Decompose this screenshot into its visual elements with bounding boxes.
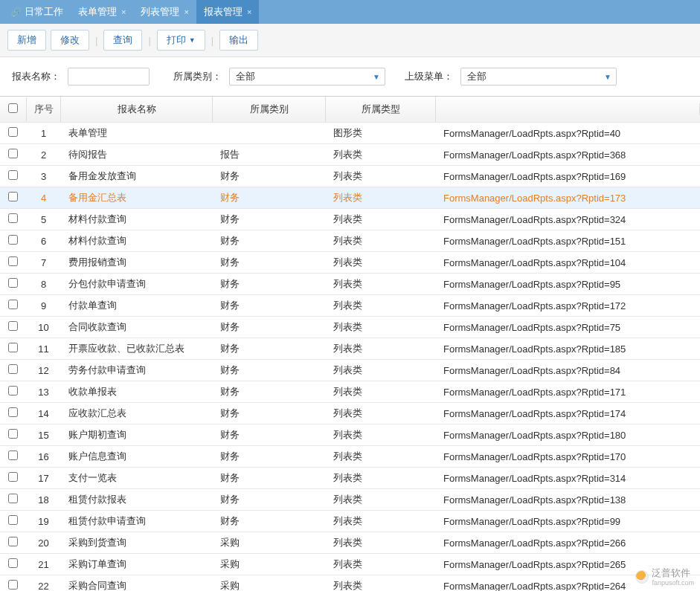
tab-0[interactable]: 🔗日常工作 [3, 0, 71, 24]
row-type: 列表类 [326, 402, 436, 424]
table-row[interactable]: 7费用报销查询财务列表类FormsManager/LoadRpts.aspx?R… [0, 252, 700, 274]
row-checkbox[interactable] [8, 429, 18, 439]
table-row[interactable]: 16账户信息查询财务列表类FormsManager/LoadRpts.aspx?… [0, 446, 700, 468]
header-type[interactable]: 所属类型 [326, 97, 436, 122]
row-checkbox[interactable] [8, 213, 18, 223]
table-row[interactable]: 19租赁付款申请查询财务列表类FormsManager/LoadRpts.asp… [0, 511, 700, 532]
row-type: 列表类 [326, 575, 436, 591]
table-row[interactable]: 20采购到货查询采购列表类FormsManager/LoadRpts.aspx?… [0, 532, 700, 554]
tab-1[interactable]: 表单管理× [71, 0, 133, 24]
table-row[interactable]: 9付款单查询财务列表类FormsManager/LoadRpts.aspx?Rp… [0, 295, 700, 317]
row-type: 列表类 [326, 488, 436, 511]
table-row[interactable]: 6材料付款查询财务列表类FormsManager/LoadRpts.aspx?R… [0, 230, 700, 252]
table-row[interactable]: 3备用金发放查询财务列表类FormsManager/LoadRpts.aspx?… [0, 166, 700, 187]
row-checkbox[interactable] [8, 472, 18, 482]
table-row[interactable]: 1表单管理图形类FormsManager/LoadRpts.aspx?Rptid… [0, 123, 700, 144]
header-seq[interactable]: 序号 [27, 97, 61, 122]
row-type: 列表类 [326, 338, 436, 360]
header-name[interactable]: 报表名称 [61, 97, 213, 122]
row-name: 账户期初查询 [61, 424, 213, 446]
row-category: 报告 [213, 143, 326, 166]
row-url: FormsManager/LoadRpts.aspx?Rptid=314 [436, 468, 700, 488]
row-checkbox[interactable] [8, 170, 18, 180]
close-icon[interactable]: × [247, 7, 251, 16]
table-row[interactable]: 17支付一览表财务列表类FormsManager/LoadRpts.aspx?R… [0, 468, 700, 489]
row-type: 列表类 [326, 294, 436, 317]
separator: | [211, 35, 213, 46]
row-checkbox[interactable] [8, 278, 18, 288]
table-row[interactable]: 11开票应收款、已收款汇总表财务列表类FormsManager/LoadRpts… [0, 338, 700, 360]
edit-button[interactable]: 修改 [51, 30, 89, 51]
tab-label: 报表管理 [204, 5, 243, 19]
row-checkbox[interactable] [8, 300, 18, 309]
row-checkbox[interactable] [8, 256, 18, 266]
row-checkbox[interactable] [8, 235, 18, 245]
row-category: 财务 [213, 510, 326, 532]
query-button[interactable]: 查询 [103, 30, 142, 51]
table-row[interactable]: 8分包付款申请查询财务列表类FormsManager/LoadRpts.aspx… [0, 274, 700, 295]
table-row[interactable]: 14应收款汇总表财务列表类FormsManager/LoadRpts.aspx?… [0, 403, 700, 424]
row-checkbox[interactable] [8, 494, 18, 503]
row-checkbox[interactable] [8, 537, 18, 546]
table-row[interactable]: 21采购订单查询采购列表类FormsManager/LoadRpts.aspx?… [0, 554, 700, 575]
row-category: 财务 [213, 251, 326, 274]
table-row[interactable]: 2待阅报告报告列表类FormsManager/LoadRpts.aspx?Rpt… [0, 144, 700, 166]
row-checkbox-cell [0, 144, 27, 165]
table-row[interactable]: 12劳务付款申请查询财务列表类FormsManager/LoadRpts.asp… [0, 360, 700, 381]
row-checkbox[interactable] [8, 192, 18, 201]
row-checkbox[interactable] [8, 343, 18, 352]
row-seq: 13 [27, 382, 61, 402]
close-icon[interactable]: × [184, 7, 188, 16]
row-checkbox[interactable] [8, 450, 18, 460]
row-name: 材料付款查询 [61, 208, 213, 230]
report-name-input[interactable] [68, 68, 150, 85]
row-name: 费用报销查询 [61, 251, 213, 274]
row-type: 列表类 [326, 273, 436, 295]
row-checkbox-cell [0, 511, 27, 532]
row-checkbox[interactable] [8, 580, 18, 590]
table-row[interactable]: 4备用金汇总表财务列表类FormsManager/LoadRpts.aspx?R… [0, 187, 700, 209]
new-button[interactable]: 新增 [7, 30, 46, 51]
tab-3[interactable]: 报表管理× [196, 0, 259, 24]
row-checkbox-cell [0, 187, 27, 208]
table-row[interactable]: 15账户期初查询财务列表类FormsManager/LoadRpts.aspx?… [0, 424, 700, 446]
table-row[interactable]: 18租赁付款报表财务列表类FormsManager/LoadRpts.aspx?… [0, 489, 700, 511]
header-url[interactable] [436, 103, 700, 115]
tab-2[interactable]: 列表管理× [133, 0, 196, 24]
row-checkbox[interactable] [8, 321, 18, 331]
row-checkbox[interactable] [8, 364, 18, 374]
table-row[interactable]: 22采购合同查询采购列表类FormsManager/LoadRpts.aspx?… [0, 575, 700, 591]
category-combo[interactable]: 全部 ▼ [229, 68, 385, 85]
separator: | [148, 35, 150, 46]
menu-label: 上级菜单： [405, 70, 453, 83]
row-url: FormsManager/LoadRpts.aspx?Rptid=104 [436, 253, 700, 273]
tab-bar: 🔗日常工作表单管理×列表管理×报表管理× [0, 0, 700, 24]
table-row[interactable]: 5材料付款查询财务列表类FormsManager/LoadRpts.aspx?R… [0, 209, 700, 230]
row-checkbox[interactable] [8, 386, 18, 395]
row-url: FormsManager/LoadRpts.aspx?Rptid=174 [436, 404, 700, 424]
caret-down-icon: ▼ [189, 36, 196, 44]
row-url: FormsManager/LoadRpts.aspx?Rptid=170 [436, 447, 700, 467]
table-row[interactable]: 13收款单报表财务列表类FormsManager/LoadRpts.aspx?R… [0, 381, 700, 403]
row-checkbox[interactable] [8, 515, 18, 525]
row-seq: 2 [27, 145, 61, 165]
row-seq: 7 [27, 253, 61, 273]
table-row[interactable]: 10合同收款查询财务列表类FormsManager/LoadRpts.aspx?… [0, 317, 700, 338]
menu-combo[interactable]: 全部 ▼ [460, 68, 617, 85]
row-checkbox[interactable] [8, 127, 18, 137]
header-category[interactable]: 所属类别 [213, 97, 326, 122]
row-url: FormsManager/LoadRpts.aspx?Rptid=185 [436, 339, 700, 359]
export-button[interactable]: 输出 [219, 30, 258, 51]
row-checkbox[interactable] [8, 407, 18, 417]
report-grid: 序号 报表名称 所属类别 所属类型 1表单管理图形类FormsManager/L… [0, 96, 700, 591]
row-url: FormsManager/LoadRpts.aspx?Rptid=84 [436, 361, 700, 381]
row-type: 列表类 [326, 467, 436, 489]
select-all-checkbox[interactable] [8, 103, 18, 113]
row-category: 财务 [213, 208, 326, 230]
row-checkbox-cell [0, 446, 27, 467]
row-url: FormsManager/LoadRpts.aspx?Rptid=75 [436, 317, 700, 338]
close-icon[interactable]: × [121, 7, 126, 16]
row-checkbox[interactable] [8, 558, 18, 568]
print-button[interactable]: 打印 ▼ [157, 30, 205, 51]
row-checkbox[interactable] [8, 149, 18, 158]
